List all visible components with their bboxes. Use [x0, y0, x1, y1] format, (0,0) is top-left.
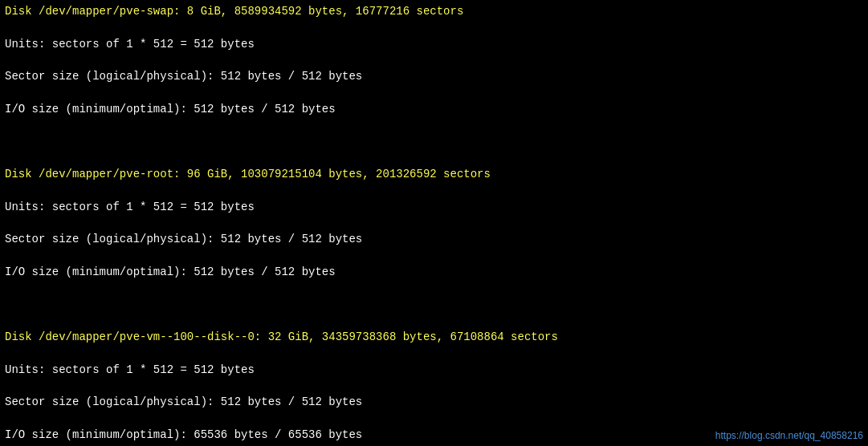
watermark: https://blog.csdn.net/qq_40858216 [715, 429, 863, 443]
terminal-line-6: Disk /dev/mapper/pve-root: 96 GiB, 10307… [5, 166, 863, 182]
terminal-line-14: Sector size (logical/physical): 512 byte… [5, 394, 863, 410]
terminal-line-2: Sector size (logical/physical): 512 byte… [5, 68, 863, 84]
terminal-line-7: Units: sectors of 1 * 512 = 512 bytes [5, 199, 863, 215]
terminal-line-1: Units: sectors of 1 * 512 = 512 bytes [5, 36, 863, 52]
terminal-window: Disk /dev/mapper/pve-swap: 8 GiB, 858993… [0, 0, 868, 446]
terminal-line-8: Sector size (logical/physical): 512 byte… [5, 231, 863, 247]
terminal-line-13: Units: sectors of 1 * 512 = 512 bytes [5, 362, 863, 378]
terminal-line-3: I/O size (minimum/optimal): 512 bytes / … [5, 101, 863, 117]
terminal-content: Disk /dev/mapper/pve-swap: 8 GiB, 858993… [5, 3, 863, 446]
terminal-line-0: Disk /dev/mapper/pve-swap: 8 GiB, 858993… [5, 3, 863, 19]
terminal-line-9: I/O size (minimum/optimal): 512 bytes / … [5, 264, 863, 280]
terminal-line-12: Disk /dev/mapper/pve-vm--100--disk--0: 3… [5, 329, 863, 345]
